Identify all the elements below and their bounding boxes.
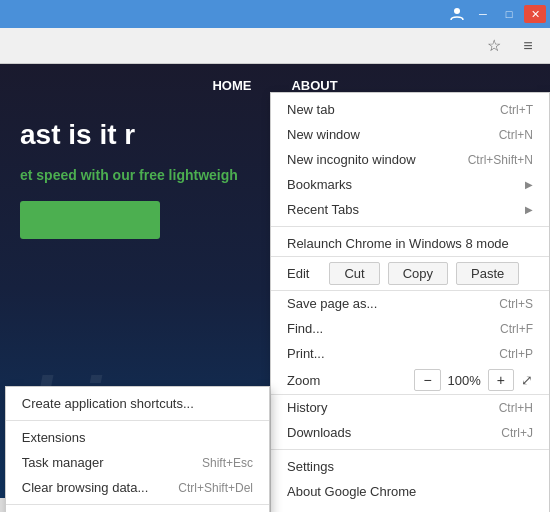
menu-find[interactable]: Find... Ctrl+F <box>271 316 549 341</box>
menu-downloads[interactable]: Downloads Ctrl+J <box>271 420 549 445</box>
submenu-item-task-manager[interactable]: Task manager Shift+Esc <box>6 450 269 475</box>
menu-new-tab[interactable]: New tab Ctrl+T <box>271 97 549 122</box>
zoom-minus-button[interactable]: − <box>414 369 440 391</box>
zoom-plus-button[interactable]: + <box>488 369 514 391</box>
submenu-item-create-shortcuts[interactable]: Create application shortcuts... <box>6 391 269 416</box>
close-button[interactable]: ✕ <box>524 5 546 23</box>
menu-divider-2 <box>271 449 549 450</box>
menu-settings[interactable]: Settings <box>271 454 549 479</box>
recent-tabs-arrow-icon: ▶ <box>525 204 533 215</box>
menu-divider-1 <box>271 226 549 227</box>
main-dropdown-menu: New tab Ctrl+T New window Ctrl+N New inc… <box>270 92 550 512</box>
menu-zoom-row: Zoom − 100% + ⤢ <box>271 366 549 395</box>
more-tools-submenu: Create application shortcuts... Extensio… <box>5 386 270 512</box>
menu-paste-button[interactable]: Paste <box>456 262 519 285</box>
user-icon-btn[interactable] <box>446 5 468 23</box>
menu-help[interactable]: Help <box>271 504 549 512</box>
submenu-item-extensions[interactable]: Extensions <box>6 425 269 450</box>
menu-relaunch[interactable]: Relaunch Chrome in Windows 8 mode <box>271 231 549 256</box>
menu-overlay: Create application shortcuts... Extensio… <box>0 64 550 512</box>
maximize-button[interactable]: □ <box>498 5 520 23</box>
menu-edit-row: Edit Cut Copy Paste <box>271 256 549 291</box>
menu-save-page[interactable]: Save page as... Ctrl+S <box>271 291 549 316</box>
menu-new-window[interactable]: New window Ctrl+N <box>271 122 549 147</box>
website-content: HOME ABOUT ast is it r et speed with our… <box>0 64 550 512</box>
minimize-button[interactable]: ─ <box>472 5 494 23</box>
svg-point-0 <box>454 8 460 14</box>
submenu-divider-2 <box>6 504 269 505</box>
menu-new-incognito[interactable]: New incognito window Ctrl+Shift+N <box>271 147 549 172</box>
browser-toolbar: ☆ ≡ <box>0 28 550 64</box>
menu-recent-tabs[interactable]: Recent Tabs ▶ <box>271 197 549 222</box>
fullscreen-icon[interactable]: ⤢ <box>521 372 533 388</box>
menu-button[interactable]: ≡ <box>514 32 542 60</box>
star-button[interactable]: ☆ <box>480 32 508 60</box>
menu-copy-button[interactable]: Copy <box>388 262 448 285</box>
menu-cut-button[interactable]: Cut <box>329 262 379 285</box>
menu-print[interactable]: Print... Ctrl+P <box>271 341 549 366</box>
menu-history[interactable]: History Ctrl+H <box>271 395 549 420</box>
menu-about[interactable]: About Google Chrome <box>271 479 549 504</box>
title-bar: ─ □ ✕ <box>0 0 550 28</box>
menu-bookmarks[interactable]: Bookmarks ▶ <box>271 172 549 197</box>
submenu-divider-1 <box>6 420 269 421</box>
bookmarks-arrow-icon: ▶ <box>525 179 533 190</box>
submenu-item-clear-browsing[interactable]: Clear browsing data... Ctrl+Shift+Del <box>6 475 269 500</box>
